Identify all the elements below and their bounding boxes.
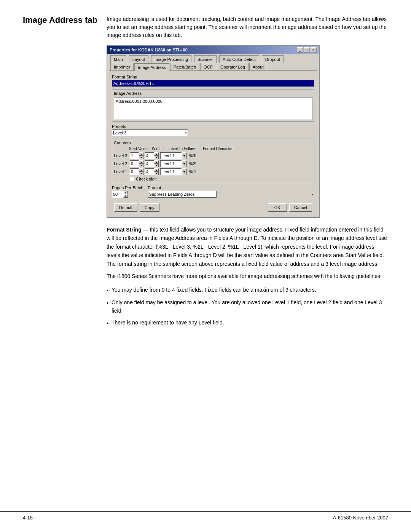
format-group: Format Suppress Leading Zeros None Zero … — [148, 185, 314, 198]
format-string-bold: Format String — [107, 227, 142, 233]
counter-row-level3: Level 3 ▲ ▼ ▲ — [114, 152, 312, 159]
ok-button[interactable]: OK — [268, 203, 287, 212]
bottom-section: Pages Per Batch ▲ ▼ Format — [112, 185, 314, 198]
spinner-width-up-2[interactable]: ▲ — [154, 160, 159, 164]
bullet-list: • You may define from 0 to 4 fixed field… — [107, 286, 388, 328]
maximize-button[interactable]: □ — [304, 47, 310, 53]
spinner-down-2[interactable]: ▼ — [139, 164, 143, 167]
footer-page-number: 4-18 — [23, 515, 33, 521]
spinner-width-btns-2: ▲ ▼ — [154, 160, 159, 167]
width-3-input[interactable] — [145, 152, 154, 159]
spinner-width-1: ▲ ▼ — [145, 168, 159, 175]
button-row: Default Copy OK Cancel — [112, 201, 314, 213]
spinner-up-1[interactable]: ▲ — [139, 168, 143, 172]
start-value-1-input[interactable] — [130, 168, 139, 175]
image-address-group: Image Address Address.0001.0000.0000 — [112, 89, 314, 122]
tab-patch-batch[interactable]: Patch/Batch — [170, 63, 199, 70]
close-button[interactable]: ✕ — [311, 47, 317, 53]
spinner-width-down-2[interactable]: ▼ — [154, 164, 159, 167]
format-select[interactable]: Suppress Leading Zeros None Zero Fill — [148, 191, 217, 198]
copy-button[interactable]: Copy — [140, 203, 159, 212]
tab-dropout[interactable]: Dropout — [262, 55, 284, 63]
tab-image-address[interactable]: Image Address — [134, 63, 169, 71]
start-value-2-input[interactable] — [130, 160, 139, 167]
level-follow-2-wrapper: Level 1 Level 2 Level 3 ▼ — [160, 160, 187, 167]
header-format-char: Format Character — [203, 147, 233, 151]
check-digit-checkbox[interactable] — [130, 177, 134, 181]
tab-about[interactable]: About — [249, 63, 267, 70]
spinner-width-btns-1: ▲ ▼ — [154, 168, 159, 175]
page-title: Image Address tab — [23, 15, 99, 25]
minimize-button[interactable]: _ — [297, 47, 303, 53]
tab-main[interactable]: Main — [110, 55, 126, 63]
format-label: Format — [148, 185, 314, 190]
presets-label: Presets — [112, 124, 314, 129]
counter-label-1: Level 1 — [114, 169, 130, 174]
tab-scanner[interactable]: Scanner — [194, 55, 217, 63]
dialog-title: Properties for KODAK i1860 on STI - 00 — [110, 48, 188, 52]
dialog-body: Main Layout Image Processing Scanner Aut… — [107, 54, 319, 217]
spinner-start-1: ▲ ▼ — [130, 168, 143, 175]
image-address-display: Address.0001.0000.0000 — [114, 97, 312, 120]
spinner-down-3[interactable]: ▼ — [139, 156, 143, 159]
bullet-item-3: • There is no requirement to have any Le… — [107, 318, 388, 328]
btn-group-left: Default Copy — [114, 203, 159, 212]
counters-label: Counters — [114, 141, 312, 145]
image-address-label: Image Address — [114, 91, 312, 96]
tabs-row-2: Imprinter Image Address Patch/Batch OCP … — [109, 63, 317, 70]
spinner-width-up-3[interactable]: ▲ — [154, 152, 159, 156]
bullet-text-2: Only one field may be assigned to a leve… — [112, 298, 388, 315]
presets-select-wrapper: Level 3 Level 2 Level 1 — [112, 129, 188, 136]
tab-operator-log[interactable]: Operator Log — [217, 63, 249, 70]
tab-layout[interactable]: Layout — [129, 55, 148, 63]
level-select-arrow-2: ▼ — [182, 160, 187, 167]
pages-per-batch-btns: ▲ ▼ — [123, 191, 128, 198]
counters-header: Start Value Width Level To Follow Format… — [114, 147, 312, 151]
spinner-up-2[interactable]: ▲ — [139, 160, 143, 164]
spinner-width-up-1[interactable]: ▲ — [154, 168, 159, 172]
spinner-width-down-1[interactable]: ▼ — [154, 172, 159, 175]
level-select-arrow-1: ▼ — [182, 168, 187, 175]
level-follow-3-wrapper: Level 1 Level 2 Level 3 ▼ — [160, 152, 187, 159]
tab-image-processing[interactable]: Image Processing — [151, 55, 191, 63]
counter-row-level1: Level 1 ▲ ▼ ▲ — [114, 168, 312, 175]
pages-per-batch-down[interactable]: ▼ — [123, 194, 128, 198]
format-string-input[interactable] — [112, 80, 314, 87]
titlebar-buttons: _ □ ✕ — [297, 47, 317, 53]
spinner-up-3[interactable]: ▲ — [139, 152, 143, 156]
bullet-dot-1: • — [107, 286, 108, 295]
spinner-width-2: ▲ ▼ — [145, 160, 159, 167]
format-char-3: %3L — [189, 153, 198, 158]
width-1-input[interactable] — [145, 168, 154, 175]
width-2-input[interactable] — [145, 160, 154, 167]
default-button[interactable]: Default — [114, 203, 137, 212]
format-string-para: Format String — this text field allows y… — [107, 225, 388, 268]
cancel-button[interactable]: Cancel — [289, 203, 312, 212]
tab-ocp[interactable]: OCP — [200, 63, 216, 70]
tabs-row-1: Main Layout Image Processing Scanner Aut… — [109, 55, 317, 63]
format-string-label: Format String — [112, 75, 314, 79]
bullet-item-2: • Only one field may be assigned to a le… — [107, 298, 388, 315]
spinner-width-down-3[interactable]: ▼ — [154, 156, 159, 159]
page-footer: 4-18 A-61580 November 2007 — [0, 511, 411, 521]
tab-sep-2 — [150, 56, 150, 62]
pages-per-batch-up[interactable]: ▲ — [123, 191, 128, 194]
spinner-start-2: ▲ ▼ — [130, 160, 143, 167]
spinner-down-1[interactable]: ▼ — [139, 172, 143, 175]
pages-per-batch-input[interactable] — [112, 191, 123, 198]
body-para-1: Format String — this text field allows y… — [107, 225, 388, 280]
spinner-btns-1: ▲ ▼ — [139, 168, 143, 175]
presets-select[interactable]: Level 3 Level 2 Level 1 — [112, 129, 188, 136]
properties-dialog: Properties for KODAK i1860 on STI - 00 _… — [107, 45, 320, 218]
header-start-value: Start Value — [129, 147, 152, 151]
format-char-1: %1L — [189, 169, 198, 174]
footer-document-info: A-61580 November 2007 — [333, 515, 388, 521]
tab-imprinter[interactable]: Imprinter — [110, 63, 134, 70]
bullet-dot-3: • — [107, 319, 108, 328]
bullet-text-1: You may define from 0 to 4 fixed fields.… — [112, 286, 316, 295]
start-value-3-input[interactable] — [130, 152, 139, 159]
pages-per-batch-label: Pages Per Batch — [112, 185, 143, 190]
tab-auto-color-detect[interactable]: Auto Color Detect — [219, 55, 259, 63]
tab-sep-1 — [128, 56, 128, 62]
counter-label-2: Level 2 — [114, 161, 130, 166]
